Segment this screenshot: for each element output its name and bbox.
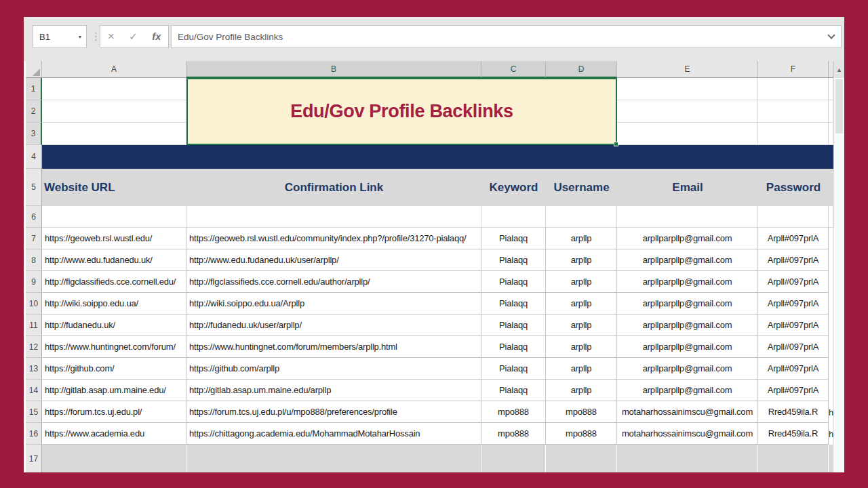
cell-password[interactable]: Arpll#097prlA (758, 314, 829, 336)
cell-password[interactable]: Arpll#097prlA (758, 358, 829, 380)
cell-a2[interactable] (42, 100, 186, 123)
fill-handle[interactable] (614, 142, 618, 146)
cell-overflow[interactable]: h (829, 423, 833, 445)
cell-keyword[interactable]: Pialaqq (481, 336, 546, 358)
row-header-3[interactable]: 3 (26, 123, 42, 145)
cell-overflow[interactable] (829, 380, 833, 401)
cell-confirmation-link[interactable]: http://wiki.soippo.edu.ua/Arpllp (186, 293, 481, 314)
cell-username[interactable]: mpo888 (546, 401, 617, 423)
cell-email[interactable]: arpllparpllp@gmail.com (617, 358, 758, 380)
cell-confirmation-link[interactable]: https://www.huntingnet.com/forum/members… (186, 336, 481, 358)
formula-bar-content[interactable]: Edu/Gov Profile Backlinks (172, 32, 829, 42)
cell-keyword[interactable]: mpo888 (481, 423, 546, 445)
scroll-up-icon[interactable]: ▲ (834, 61, 844, 78)
cell-email[interactable]: arpllparpllp@gmail.com (617, 293, 758, 314)
row-header[interactable]: 8 (26, 249, 42, 271)
cell-username[interactable]: arpllp (546, 380, 617, 401)
cell-username[interactable]: mpo888 (546, 423, 617, 445)
cell-confirmation-link[interactable]: https://github.com/arpllp (186, 358, 481, 380)
cell-confirmation-link[interactable]: http://fudanedu.uk/user/arpllp/ (186, 314, 481, 336)
cell-website-url[interactable]: http://flgclassifieds.cce.cornell.edu/ (42, 271, 186, 293)
row-header-17[interactable]: 17 (26, 445, 42, 472)
cell-keyword[interactable]: Pialaqq (481, 293, 546, 314)
header-username[interactable]: Username (546, 169, 617, 206)
name-box[interactable]: B1 ▼ (33, 25, 87, 48)
row-header-2[interactable]: 2 (26, 100, 42, 123)
cell-email[interactable]: arpllparpllp@gmail.com (617, 271, 758, 293)
cell-website-url[interactable]: https://www.academia.edu (42, 423, 186, 445)
column-header-a[interactable]: A (42, 61, 186, 78)
row-header-5[interactable]: 5 (26, 169, 42, 206)
column-header-c[interactable]: C (481, 61, 546, 78)
row-header[interactable]: 15 (26, 401, 42, 423)
cell-overflow[interactable] (829, 271, 833, 293)
row-header[interactable]: 14 (26, 380, 42, 401)
row-header[interactable]: 11 (26, 314, 42, 336)
cell-keyword[interactable]: mpo888 (481, 401, 546, 423)
row-header-4[interactable]: 4 (26, 145, 42, 169)
cell-email[interactable]: motaharhossainimscu@gmail.com (617, 423, 758, 445)
cell-overflow[interactable] (829, 358, 833, 380)
cell-website-url[interactable]: http://gitlab.asap.um.maine.edu/ (42, 380, 186, 401)
cell-g2[interactable] (829, 100, 833, 123)
cell-password[interactable]: Rred459ila.R (758, 423, 829, 445)
cell-overflow[interactable] (829, 293, 833, 314)
cell-a17[interactable] (42, 445, 186, 472)
cell-f6[interactable] (758, 206, 829, 228)
cell-email[interactable]: arpllparpllp@gmail.com (617, 380, 758, 401)
cell-email[interactable]: arpllparpllp@gmail.com (617, 314, 758, 336)
cell-username[interactable]: arpllp (546, 358, 617, 380)
cell-confirmation-link[interactable]: https://chittagong.academia.edu/Mohammad… (186, 423, 481, 445)
cell-username[interactable]: arpllp (546, 293, 617, 314)
cell-overflow[interactable] (829, 336, 833, 358)
cell-f2[interactable] (758, 100, 829, 123)
name-box-value[interactable]: B1 (33, 32, 74, 42)
cell-d17[interactable] (546, 445, 617, 472)
cell-website-url[interactable]: http://www.edu.fudanedu.uk/ (42, 249, 186, 271)
cell-confirmation-link[interactable]: https://forum.tcs.uj.edu.pl/u/mpo888/pre… (186, 401, 481, 423)
cell-email[interactable]: arpllparpllp@gmail.com (617, 336, 758, 358)
row-header-1[interactable]: 1 (26, 78, 42, 100)
cell-website-url[interactable]: http://fudanedu.uk/ (42, 314, 186, 336)
column-header-d[interactable]: D (546, 61, 617, 78)
cell-username[interactable]: arpllp (546, 314, 617, 336)
row-header-6[interactable]: 6 (26, 206, 42, 228)
cell-username[interactable]: arpllp (546, 271, 617, 293)
cell-website-url[interactable]: https://www.huntingnet.com/forum/ (42, 336, 186, 358)
cell-password[interactable]: Arpll#097prlA (758, 380, 829, 401)
header-confirmation-link[interactable]: Confirmation Link (186, 169, 481, 206)
cell-keyword[interactable]: Pialaqq (481, 314, 546, 336)
header-website-url[interactable]: Website URL (42, 169, 186, 206)
cell-e6[interactable] (617, 206, 758, 228)
cell-keyword[interactable]: Pialaqq (481, 228, 546, 249)
cell-password[interactable]: Rred459ila.R (758, 401, 829, 423)
cell-email[interactable]: arpllparpllp@gmail.com (617, 228, 758, 249)
cell-a1[interactable] (42, 78, 186, 100)
cell-username[interactable]: arpllp (546, 249, 617, 271)
cell-keyword[interactable]: Pialaqq (481, 358, 546, 380)
cell-e17[interactable] (617, 445, 758, 472)
cell-g3[interactable] (829, 123, 833, 145)
merged-title-cell[interactable]: Edu/Gov Profile Backlinks (186, 78, 617, 145)
column-header-f[interactable]: F (758, 61, 829, 78)
cell-d6[interactable] (546, 206, 617, 228)
cell-overflow[interactable] (829, 314, 833, 336)
cell-username[interactable]: arpllp (546, 228, 617, 249)
name-box-dropdown-icon[interactable]: ▼ (74, 35, 86, 39)
formula-bar-expand-icon[interactable] (827, 31, 835, 39)
row-header[interactable]: 7 (26, 228, 42, 249)
cell-g6[interactable] (829, 206, 833, 228)
cell-e2[interactable] (617, 100, 758, 123)
header-password[interactable]: Password (758, 169, 829, 206)
cell-b17[interactable] (186, 445, 481, 472)
cell-password[interactable]: Arpll#097prlA (758, 293, 829, 314)
cell-password[interactable]: Arpll#097prlA (758, 336, 829, 358)
cell-overflow[interactable]: h (829, 401, 833, 423)
header-email[interactable]: Email (617, 169, 758, 206)
cell-a3[interactable] (42, 123, 186, 145)
cell-confirmation-link[interactable]: http://gitlab.asap.um.maine.edu/arpllp (186, 380, 481, 401)
cell-c17[interactable] (481, 445, 546, 472)
row-header[interactable]: 12 (26, 336, 42, 358)
cell-email[interactable]: motaharhossainimscu@gmail.com (617, 401, 758, 423)
cell-website-url[interactable]: https://geoweb.rsl.wustl.edu/ (42, 228, 186, 249)
